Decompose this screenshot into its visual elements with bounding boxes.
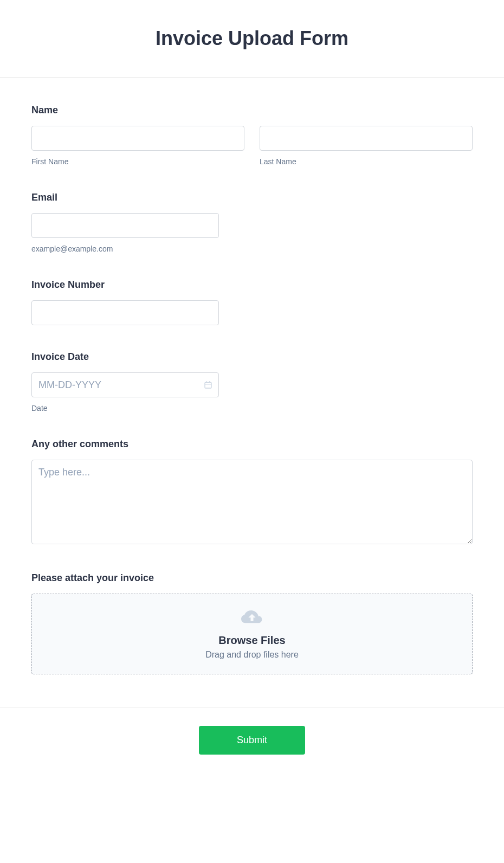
invoice-date-field-group: Invoice Date Date (31, 351, 473, 413)
last-name-sublabel: Last Name (260, 157, 473, 166)
comments-field-group: Any other comments (31, 439, 473, 546)
form-header: Invoice Upload Form (0, 0, 504, 78)
invoice-number-field-group: Invoice Number (31, 279, 473, 325)
form-footer: Submit (0, 707, 504, 787)
name-field-group: Name First Name Last Name (31, 105, 473, 166)
first-name-input[interactable] (31, 126, 244, 151)
comments-label: Any other comments (31, 439, 473, 450)
email-field-group: Email example@example.com (31, 192, 473, 253)
last-name-input[interactable] (260, 126, 473, 151)
email-input[interactable] (31, 213, 219, 238)
cloud-upload-icon (241, 610, 263, 627)
file-upload-dropzone[interactable]: Browse Files Drag and drop files here (31, 594, 473, 674)
attach-label: Please attach your invoice (31, 572, 473, 584)
invoice-date-input[interactable] (31, 372, 219, 397)
form-body: Name First Name Last Name Email example@… (0, 78, 504, 707)
attach-field-group: Please attach your invoice Browse Files … (31, 572, 473, 674)
upload-hint: Drag and drop files here (43, 650, 461, 660)
email-label: Email (31, 192, 473, 203)
name-label: Name (31, 105, 473, 116)
invoice-date-sublabel: Date (31, 404, 473, 413)
invoice-date-label: Invoice Date (31, 351, 473, 363)
email-sublabel: example@example.com (31, 244, 473, 253)
comments-textarea[interactable] (31, 460, 473, 544)
page-title: Invoice Upload Form (11, 27, 493, 50)
invoice-number-input[interactable] (31, 300, 219, 325)
submit-button[interactable]: Submit (199, 726, 305, 755)
first-name-sublabel: First Name (31, 157, 244, 166)
invoice-number-label: Invoice Number (31, 279, 473, 291)
browse-files-label: Browse Files (43, 634, 461, 647)
